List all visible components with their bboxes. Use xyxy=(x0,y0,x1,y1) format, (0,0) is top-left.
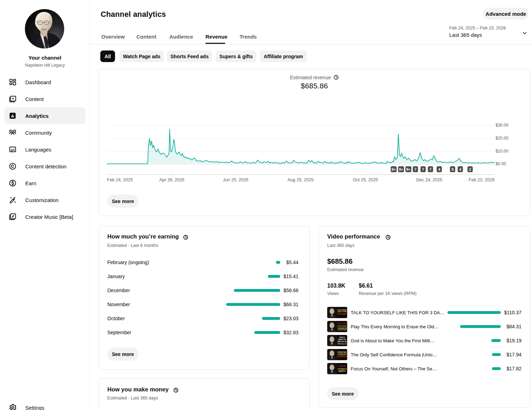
svg-text:CONFIDENCE: CONFIDENCE xyxy=(337,353,347,355)
svg-text:FIRST MILLION: FIRST MILLION xyxy=(337,343,347,345)
svg-text:ABOUT TO: ABOUT TO xyxy=(338,339,346,341)
svg-text:GOD IS: GOD IS xyxy=(339,337,345,338)
svg-text:FORMULA: FORMULA xyxy=(337,355,347,357)
svg-text:MAKE YOU THE: MAKE YOU THE xyxy=(337,341,347,343)
svg-text:LIKE THIS: LIKE THIS xyxy=(337,310,347,312)
svg-text:EVERY MORNING: EVERY MORNING xyxy=(337,325,347,327)
svg-text:QUIETLY: QUIETLY xyxy=(338,370,346,372)
svg-text:FOR 3 DAYS: FOR 3 DAYS xyxy=(337,313,347,315)
svg-text:PLAY THIS: PLAY THIS xyxy=(337,322,347,324)
svg-text:BUILD: BUILD xyxy=(339,365,345,367)
svg-text:OLD YOU: OLD YOU xyxy=(338,329,346,331)
svg-text:YOURSELF: YOURSELF xyxy=(337,368,347,370)
